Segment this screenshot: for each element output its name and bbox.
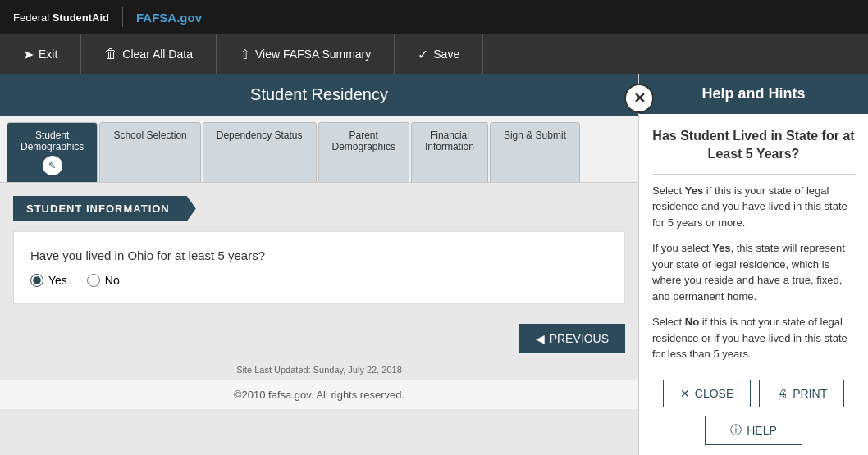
close-button[interactable]: ✕ CLOSE (663, 380, 751, 407)
print-icon: 🖨 (776, 387, 788, 400)
help-title: Has Student Lived in State for at Least … (652, 127, 855, 164)
help-button[interactable]: ⓘ HELP (705, 416, 802, 445)
help-paragraph-1: Select Yes if this is your state of lega… (652, 183, 855, 231)
site-footer: Site Last Updated: Sunday, July 22, 2018 (0, 360, 638, 380)
main-layout: Student Residency Student Demographics ✎… (0, 74, 868, 455)
tab-label: Financial Information (425, 130, 474, 152)
check-icon: ✓ (418, 47, 428, 62)
view-fafsa-summary-button[interactable]: ⇧ View FAFSA Summary (217, 34, 395, 74)
tab-label: Sign & Submit (504, 130, 566, 141)
tabs-container: Student Demographics ✎ School Selection … (0, 116, 638, 183)
help-paragraph-2: If you select Yes, this state will repre… (652, 240, 855, 304)
fafsa-logo: FAFSA.gov (136, 11, 202, 25)
radio-yes[interactable]: Yes (30, 274, 67, 287)
tab-label: Student Demographics (21, 130, 84, 152)
exit-icon: ➤ (23, 47, 34, 62)
page-title: Student Residency (0, 74, 638, 116)
radio-yes-input[interactable] (30, 274, 43, 287)
help-paragraph-3: Select No if this is not your state of l… (652, 314, 855, 362)
logo-divider (122, 7, 123, 27)
exit-button[interactable]: ➤ Exit (0, 34, 81, 74)
radio-no-input[interactable] (87, 274, 100, 287)
help-circle-icon: ⓘ (730, 423, 742, 438)
tab-student-demographics[interactable]: Student Demographics ✎ (7, 122, 98, 182)
copyright: ©2010 fafsa.gov. All rights reserved. (0, 380, 638, 409)
save-button[interactable]: ✓ Save (395, 34, 483, 74)
tab-financial-information[interactable]: Financial Information (411, 122, 488, 182)
tab-label: Dependency Status (217, 130, 303, 141)
nav-buttons: ◀ PREVIOUS (0, 317, 638, 360)
upload-icon: ⇧ (240, 47, 250, 62)
question-text: Have you lived in Ohio for at least 5 ye… (30, 248, 608, 262)
help-panel-header: Help and Hints (639, 74, 868, 114)
left-panel: Student Residency Student Demographics ✎… (0, 74, 638, 455)
help-actions: ✕ CLOSE 🖨 PRINT ⓘ HELP (639, 370, 868, 455)
radio-no[interactable]: No (87, 274, 120, 287)
trash-icon: 🗑 (104, 47, 117, 61)
prev-arrow-icon: ◀ (536, 332, 545, 345)
logo-area: Federal StudentAid FAFSA.gov (13, 7, 202, 27)
radio-group: Yes No (30, 274, 608, 287)
help-panel: ✕ Help and Hints Has Student Lived in St… (638, 74, 868, 455)
toolbar: ➤ Exit 🗑 Clear All Data ⇧ View FAFSA Sum… (0, 34, 868, 74)
tab-dependency-status[interactable]: Dependency Status (203, 122, 317, 182)
clear-all-data-button[interactable]: 🗑 Clear All Data (81, 34, 217, 74)
tab-label: School Selection (113, 130, 186, 141)
close-x-icon: ✕ (680, 387, 690, 400)
help-content: Has Student Lived in State for at Least … (639, 114, 868, 370)
form-area: Have you lived in Ohio for at least 5 ye… (13, 231, 625, 304)
print-button[interactable]: 🖨 PRINT (759, 380, 844, 407)
help-btn-row: ✕ CLOSE 🖨 PRINT (663, 380, 844, 407)
tab-school-selection[interactable]: School Selection (99, 122, 200, 182)
federal-label: Federal StudentAid (13, 11, 109, 24)
section-header: STUDENT INFORMATION (13, 196, 196, 221)
help-divider (652, 174, 855, 175)
close-panel-button[interactable]: ✕ (624, 84, 654, 113)
tab-parent-demographics[interactable]: Parent Demographics (318, 122, 409, 182)
previous-button[interactable]: ◀ PREVIOUS (519, 324, 625, 353)
tab-edit-icon: ✎ (43, 156, 62, 175)
tab-sign-submit[interactable]: Sign & Submit (490, 122, 580, 182)
app-header: Federal StudentAid FAFSA.gov (0, 0, 868, 34)
tab-label: Parent Demographics (332, 130, 395, 152)
